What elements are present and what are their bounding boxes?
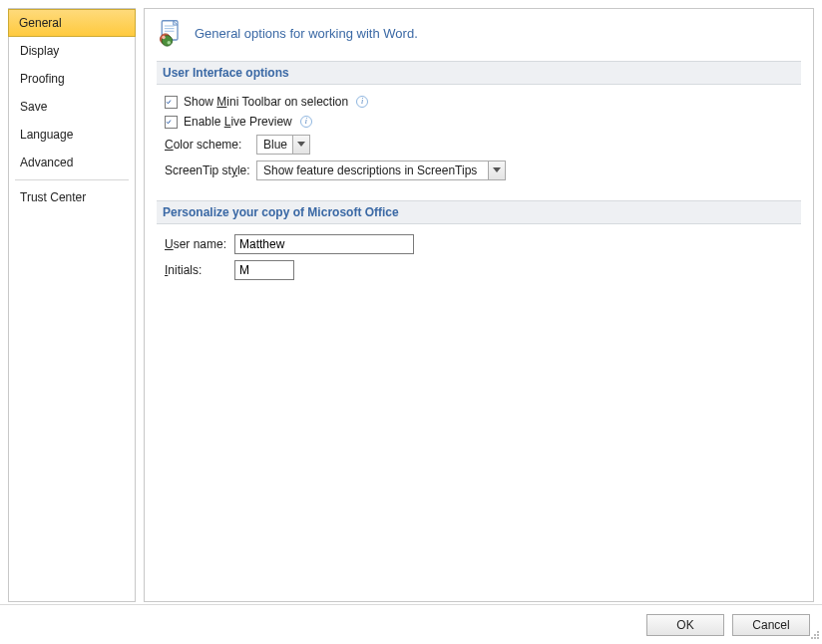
options-dialog: General Display Proofing Save Language A…: [0, 0, 822, 644]
section-body-personalize: User name: Initials:: [157, 234, 801, 300]
chevron-down-icon[interactable]: [488, 161, 506, 180]
sidebar-item-label: General: [19, 16, 62, 30]
general-options-icon: [157, 19, 185, 47]
combo-value: Blue: [256, 135, 292, 155]
content-row: General Display Proofing Save Language A…: [0, 0, 822, 602]
checkbox-enable-live-preview[interactable]: [165, 116, 178, 129]
checkbox-label: Enable Live Preview: [184, 115, 292, 129]
combo-screentip-style[interactable]: Show feature descriptions in ScreenTips: [256, 161, 506, 180]
input-initials[interactable]: [234, 260, 294, 280]
sidebar-item-label: Display: [20, 44, 59, 58]
sidebar-item-label: Advanced: [20, 156, 73, 169]
section-body-ui: Show Mini Toolbar on selection i Enable …: [157, 95, 801, 200]
header-text: General options for working with Word.: [195, 26, 418, 41]
svg-point-11: [811, 637, 813, 639]
info-icon[interactable]: i: [356, 96, 368, 108]
sidebar-separator: [15, 179, 129, 180]
row-initials: Initials:: [165, 260, 793, 280]
sidebar-item-display[interactable]: Display: [9, 37, 135, 65]
svg-point-9: [814, 634, 816, 636]
sidebar-item-advanced[interactable]: Advanced: [9, 149, 135, 176]
sidebar-item-proofing[interactable]: Proofing: [9, 65, 135, 93]
option-show-mini-toolbar[interactable]: Show Mini Toolbar on selection i: [165, 95, 793, 109]
category-sidebar: General Display Proofing Save Language A…: [8, 8, 136, 602]
checkbox-show-mini-toolbar[interactable]: [165, 96, 178, 109]
sidebar-item-label: Trust Center: [20, 190, 86, 204]
checkbox-label: Show Mini Toolbar on selection: [184, 95, 348, 109]
resize-grip-icon[interactable]: [808, 630, 820, 642]
sidebar-item-label: Language: [20, 128, 73, 142]
sidebar-item-general[interactable]: General: [8, 9, 136, 37]
row-screentip-style: ScreenTip style: Show feature descriptio…: [165, 161, 793, 180]
sidebar-item-label: Proofing: [20, 72, 65, 86]
combo-color-scheme[interactable]: Blue: [256, 135, 310, 155]
label-screentip-style: ScreenTip style:: [165, 163, 256, 177]
svg-point-8: [817, 631, 819, 633]
row-user-name: User name:: [165, 234, 793, 254]
sidebar-item-save[interactable]: Save: [9, 93, 135, 121]
sidebar-item-language[interactable]: Language: [9, 121, 135, 149]
option-enable-live-preview[interactable]: Enable Live Preview i: [165, 115, 793, 129]
info-icon[interactable]: i: [300, 116, 312, 128]
svg-point-6: [162, 36, 166, 40]
main-panel: General options for working with Word. U…: [144, 8, 814, 602]
svg-point-13: [817, 637, 819, 639]
section-head-personalize: Personalize your copy of Microsoft Offic…: [157, 200, 801, 224]
header-row: General options for working with Word.: [157, 19, 801, 47]
row-color-scheme: Color scheme: Blue: [165, 135, 793, 155]
combo-value: Show feature descriptions in ScreenTips: [256, 161, 488, 180]
input-user-name[interactable]: [234, 234, 414, 254]
button-bar: OK Cancel: [0, 604, 822, 644]
label-initials: Initials:: [165, 263, 234, 277]
ok-button[interactable]: OK: [646, 614, 724, 636]
sidebar-item-trust-center[interactable]: Trust Center: [9, 183, 135, 211]
sidebar-item-label: Save: [20, 100, 47, 114]
svg-point-10: [817, 634, 819, 636]
svg-point-12: [814, 637, 816, 639]
chevron-down-icon[interactable]: [292, 135, 310, 155]
label-user-name: User name:: [165, 237, 234, 251]
section-head-ui: User Interface options: [157, 61, 801, 85]
label-color-scheme: Color scheme:: [165, 138, 256, 152]
cancel-button[interactable]: Cancel: [732, 614, 810, 636]
svg-point-7: [168, 41, 172, 45]
